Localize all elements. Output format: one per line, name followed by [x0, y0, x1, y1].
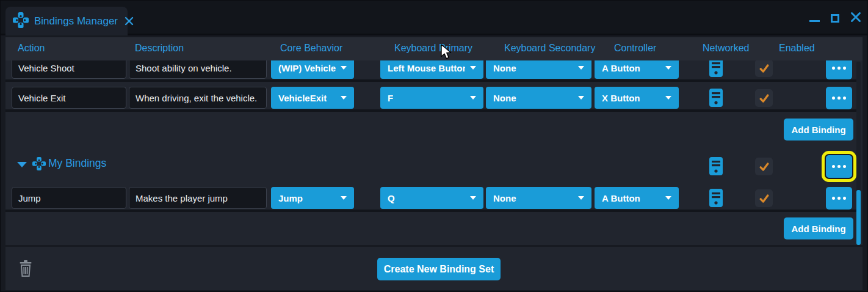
action-input[interactable]: [12, 60, 126, 79]
controller-select[interactable]: A Button: [595, 60, 679, 79]
create-new-binding-set-button[interactable]: Create New Binding Set: [377, 258, 501, 280]
chevron-down-icon: [578, 96, 584, 100]
minimize-icon[interactable]: [809, 20, 820, 22]
group-menu-button-highlighted[interactable]: [826, 155, 852, 178]
collapse-arrow-icon[interactable]: [17, 162, 27, 167]
keyboard-secondary-select[interactable]: None: [486, 60, 591, 79]
networked-server-icon: [709, 189, 723, 210]
keyboard-primary-select[interactable]: F: [380, 87, 483, 109]
chevron-down-icon: [665, 66, 671, 70]
trash-icon[interactable]: [19, 260, 32, 279]
header-description: Description: [135, 43, 184, 54]
header-enabled: Enabled: [779, 43, 815, 54]
scrollbar-thumb[interactable]: [856, 190, 861, 245]
bindings-manager-window: Bindings Manager Action Description Core…: [0, 0, 868, 292]
enabled-checkbox[interactable]: [755, 89, 773, 107]
binding-row-jump: Jump Q None A Button: [5, 183, 858, 212]
enabled-checkbox[interactable]: [755, 158, 773, 175]
header-keyboard-primary: Keyboard Primary: [394, 43, 472, 54]
vertical-scrollbar[interactable]: [856, 62, 861, 244]
enabled-checkbox[interactable]: [755, 189, 773, 207]
chevron-down-icon: [470, 96, 476, 100]
bindings-icon: [32, 157, 46, 173]
keyboard-primary-select[interactable]: Left Mouse Button: [380, 60, 483, 79]
tab-bar: Bindings Manager: [1, 1, 868, 35]
chevron-down-icon: [665, 96, 671, 100]
binding-row-vehicle-shoot: (WIP) Vehicle Left Mouse Button None A B…: [5, 60, 858, 82]
window-controls: [809, 12, 861, 25]
controller-select[interactable]: A Button: [595, 187, 679, 209]
table-header-row: Action Description Core Behavior Keyboar…: [5, 37, 863, 60]
chevron-down-icon: [665, 196, 671, 200]
header-keyboard-secondary: Keyboard Secondary: [504, 43, 595, 54]
chevron-down-icon: [578, 66, 584, 70]
core-behavior-select[interactable]: Jump: [271, 187, 354, 209]
binding-group-my-bindings: My Bindings: [5, 150, 858, 183]
group-label[interactable]: My Bindings: [48, 157, 106, 170]
networked-server-icon: [709, 60, 723, 79]
chevron-down-icon: [341, 96, 347, 100]
keyboard-secondary-select[interactable]: None: [486, 87, 591, 109]
add-binding-button[interactable]: Add Binding: [784, 119, 853, 141]
bindings-list: (WIP) Vehicle Left Mouse Button None A B…: [5, 60, 863, 245]
networked-server-icon: [709, 89, 723, 109]
action-input[interactable]: [12, 87, 126, 109]
chevron-down-icon: [578, 196, 584, 200]
tab-title: Bindings Manager: [34, 15, 118, 27]
description-input[interactable]: [129, 60, 267, 79]
tab-bindings-manager[interactable]: Bindings Manager: [5, 7, 128, 35]
core-behavior-select[interactable]: (WIP) Vehicle: [271, 60, 354, 79]
row-menu-button[interactable]: [826, 60, 852, 79]
chevron-down-icon: [341, 66, 347, 70]
binding-row-vehicle-exit: VehicleExit F None X Button: [5, 84, 858, 112]
enabled-checkbox[interactable]: [755, 60, 773, 77]
action-input[interactable]: [12, 187, 126, 209]
keyboard-secondary-select[interactable]: None: [486, 187, 591, 209]
header-networked: Networked: [703, 43, 749, 54]
description-input[interactable]: [129, 187, 267, 209]
chevron-down-icon: [341, 196, 347, 200]
controller-select[interactable]: X Button: [595, 87, 679, 109]
description-input[interactable]: [129, 87, 267, 109]
footer-bar: Create New Binding Set: [5, 247, 863, 290]
chevron-down-icon: [470, 66, 476, 70]
header-core-behavior: Core Behavior: [280, 43, 342, 54]
tab-close-icon[interactable]: [125, 16, 134, 26]
keyboard-primary-select[interactable]: Q: [380, 187, 483, 209]
add-binding-button[interactable]: Add Binding: [784, 217, 853, 239]
row-menu-button[interactable]: [826, 187, 852, 210]
maximize-icon[interactable]: [831, 14, 839, 23]
bindings-icon: [13, 12, 29, 31]
header-action: Action: [18, 43, 45, 54]
core-behavior-select[interactable]: VehicleExit: [271, 87, 354, 109]
chevron-down-icon: [470, 196, 476, 200]
networked-server-icon: [709, 157, 723, 178]
header-controller: Controller: [614, 43, 656, 54]
row-menu-button[interactable]: [826, 87, 852, 109]
close-icon[interactable]: [850, 12, 861, 25]
